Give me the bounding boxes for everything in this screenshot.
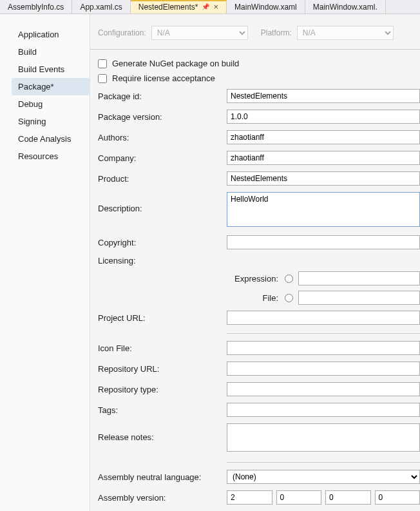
- sidebar-item-code-analysis[interactable]: Code Analysis: [12, 130, 90, 148]
- sidebar-item-build-events[interactable]: Build Events: [12, 61, 90, 78]
- tab-label: MainWindow.xaml: [234, 3, 297, 12]
- repository-type-input[interactable]: [227, 382, 420, 396]
- neutral-language-label: Assembly neutral language:: [98, 472, 227, 482]
- file-radio[interactable]: [285, 294, 293, 302]
- description-label: Description:: [98, 192, 227, 213]
- company-label: Company:: [98, 153, 227, 163]
- config-bar: Configuration: N/A Platform: N/A: [90, 26, 420, 50]
- repository-url-input[interactable]: [227, 362, 420, 376]
- release-notes-label: Release notes:: [98, 423, 227, 442]
- tab-label: NestedElements*: [138, 3, 198, 12]
- product-label: Product:: [98, 174, 227, 184]
- description-input[interactable]: HelloWorld: [227, 192, 420, 227]
- sidebar-item-build[interactable]: Build: [12, 43, 90, 61]
- authors-input[interactable]: [227, 130, 420, 144]
- package-id-label: Package id:: [98, 92, 227, 101]
- tab-nestedelements[interactable]: NestedElements* 📌 ×: [131, 0, 227, 14]
- divider: [227, 462, 420, 463]
- configuration-select[interactable]: N/A: [151, 26, 248, 40]
- package-version-label: Package version:: [98, 112, 227, 122]
- close-icon[interactable]: ×: [213, 2, 218, 12]
- tab-mainwindow[interactable]: MainWindow.xaml: [227, 0, 305, 14]
- platform-label: Platform:: [261, 28, 292, 37]
- expression-input[interactable]: [298, 271, 420, 285]
- tags-input[interactable]: [227, 403, 420, 417]
- sidebar-item-signing[interactable]: Signing: [12, 113, 90, 130]
- tab-appxaml[interactable]: App.xaml.cs: [72, 0, 130, 14]
- configuration-label: Configuration:: [98, 28, 146, 37]
- generate-nuget-label: Generate NuGet package on build: [112, 59, 239, 68]
- sidebar-item-application[interactable]: Application: [12, 26, 90, 43]
- package-version-input[interactable]: [227, 110, 420, 124]
- assembly-version-1[interactable]: [227, 490, 272, 505]
- expression-label: Expression:: [98, 274, 285, 284]
- assembly-version-2[interactable]: [276, 490, 322, 505]
- sidebar-item-debug[interactable]: Debug: [12, 95, 90, 113]
- repository-url-label: Repository URL:: [98, 364, 227, 374]
- tab-label: AssemblyInfo.cs: [8, 3, 64, 12]
- generate-nuget-checkbox[interactable]: [98, 59, 107, 68]
- sidebar-item-resources[interactable]: Resources: [12, 148, 90, 165]
- sidebar-item-package[interactable]: Package*: [12, 78, 90, 95]
- tab-mainwindow-cs[interactable]: MainWindow.xaml.: [305, 0, 386, 14]
- file-label: File:: [98, 293, 285, 303]
- require-license-checkbox[interactable]: [98, 74, 107, 83]
- tags-label: Tags:: [98, 405, 227, 415]
- assembly-version-3[interactable]: [325, 490, 371, 505]
- sidebar: Application Build Build Events Package* …: [0, 14, 90, 511]
- tab-label: MainWindow.xaml.: [313, 3, 377, 12]
- file-input[interactable]: [298, 291, 420, 305]
- authors-label: Authors:: [98, 133, 227, 142]
- repository-type-label: Repository type:: [98, 385, 227, 394]
- platform-select[interactable]: N/A: [297, 26, 394, 40]
- content-pane: Configuration: N/A Platform: N/A Generat…: [90, 14, 420, 511]
- icon-file-label: Icon File:: [98, 343, 227, 353]
- copyright-input[interactable]: [227, 235, 420, 249]
- release-notes-input[interactable]: [227, 423, 420, 452]
- company-input[interactable]: [227, 151, 420, 165]
- project-url-input[interactable]: [227, 311, 420, 325]
- assembly-version-label: Assembly version:: [98, 493, 227, 503]
- divider: [227, 333, 420, 334]
- copyright-label: Copyright:: [98, 238, 227, 247]
- package-id-input[interactable]: [227, 89, 420, 103]
- assembly-version-4[interactable]: [375, 490, 421, 505]
- project-url-label: Project URL:: [98, 313, 227, 323]
- expression-radio[interactable]: [285, 275, 293, 283]
- tab-label: App.xaml.cs: [80, 3, 122, 12]
- pin-icon[interactable]: 📌: [202, 3, 209, 10]
- product-input[interactable]: [227, 171, 420, 186]
- licensing-label: Licensing:: [98, 256, 227, 265]
- tab-strip: AssemblyInfo.cs App.xaml.cs NestedElemen…: [0, 0, 420, 14]
- neutral-language-select[interactable]: (None): [227, 470, 420, 484]
- icon-file-input[interactable]: [227, 341, 420, 355]
- require-license-label: Require license acceptance: [112, 73, 215, 83]
- tab-assemblyinfo[interactable]: AssemblyInfo.cs: [0, 0, 72, 14]
